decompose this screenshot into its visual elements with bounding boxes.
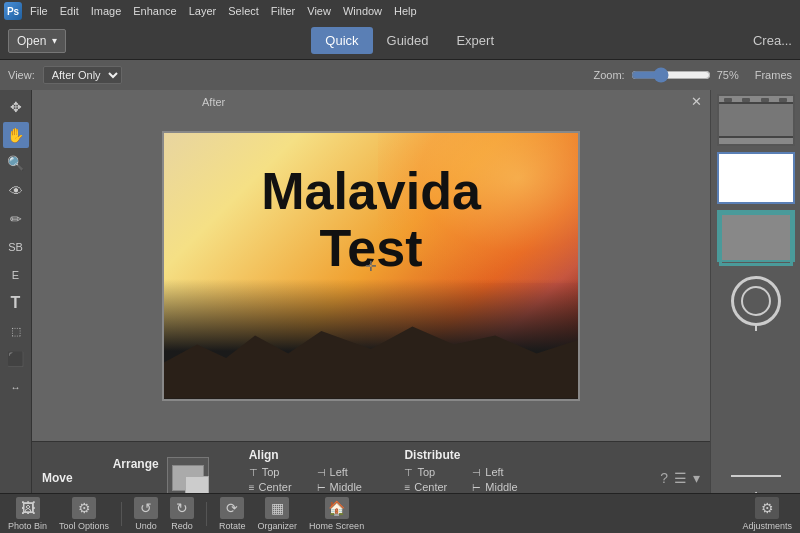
menu-edit[interactable]: Edit [60, 5, 79, 17]
organizer-icon: ▦ [265, 497, 289, 519]
tab-guided[interactable]: Guided [373, 27, 443, 54]
hole [779, 98, 787, 102]
right-panel: ⚙ Adjustments [710, 90, 800, 533]
tool-hand[interactable]: ✋ [3, 122, 29, 148]
photo-bin-button[interactable]: 🖼 Photo Bin [8, 497, 47, 531]
help-icons: ? ☰ ▾ [660, 470, 700, 486]
help-icon[interactable]: ? [660, 470, 668, 486]
align-top-icon: ⊤ [249, 467, 258, 478]
frame-strip-top [719, 96, 793, 104]
organizer-button[interactable]: ▦ Organizer [258, 497, 298, 531]
circle-frame-icon[interactable] [731, 276, 781, 326]
home-screen-button[interactable]: 🏠 Home Screen [309, 497, 364, 531]
crosshair-icon: ✛ [365, 258, 377, 274]
arrange-inner-icon [172, 465, 204, 491]
distribute-middle[interactable]: ⊢ Middle [472, 481, 520, 493]
tool-eraser[interactable]: E [3, 262, 29, 288]
zoom-slider[interactable] [631, 67, 711, 83]
tab-expert[interactable]: Expert [442, 27, 508, 54]
redo-icon: ↻ [170, 497, 194, 519]
move-section-title: Move [42, 471, 73, 485]
menu-help[interactable]: Help [394, 5, 417, 17]
frame-filmstrip[interactable] [717, 94, 795, 146]
adjustments-panel-icon: ⚙ [755, 497, 779, 519]
tool-move[interactable]: ✥ [3, 94, 29, 120]
distribute-left[interactable]: ⊣ Left [472, 466, 520, 478]
canvas-area: After ✕ Malavida Test ✛ Move [32, 90, 710, 533]
mode-tabs: Quick Guided Expert [311, 27, 508, 54]
app-icon: Ps [4, 2, 22, 20]
close-canvas-button[interactable]: ✕ [691, 94, 702, 109]
arrange-section-title: Arrange [113, 457, 159, 471]
rotate-icon: ⟳ [220, 497, 244, 519]
divider-2 [206, 502, 207, 526]
tool-move2[interactable]: ↔ [3, 374, 29, 400]
align-top[interactable]: ⊤ Top [249, 466, 297, 478]
menu-view[interactable]: View [307, 5, 331, 17]
circle-inner [741, 286, 771, 316]
view-label: View: [8, 69, 35, 81]
align-left[interactable]: ⊣ Left [317, 466, 365, 478]
menu-window[interactable]: Window [343, 5, 382, 17]
menu-layer[interactable]: Layer [189, 5, 217, 17]
undo-button[interactable]: ↺ Undo [134, 497, 158, 531]
undo-icon: ↺ [134, 497, 158, 519]
align-center-icon: ≡ [249, 482, 255, 493]
tool-brush[interactable]: ✏ [3, 206, 29, 232]
divider-1 [121, 502, 122, 526]
distribute-center-icon: ≡ [404, 482, 410, 493]
menu-file[interactable]: File [30, 5, 48, 17]
hole [761, 98, 769, 102]
canvas-container: After ✕ Malavida Test ✛ [32, 90, 710, 441]
menu-enhance[interactable]: Enhance [133, 5, 176, 17]
tool-type[interactable]: T [3, 290, 29, 316]
expand-icon[interactable]: ▾ [693, 470, 700, 486]
tab-quick[interactable]: Quick [311, 27, 372, 54]
distribute-left-icon: ⊣ [472, 467, 481, 478]
frame-teal[interactable] [717, 210, 795, 262]
rotate-button[interactable]: ⟳ Rotate [219, 497, 246, 531]
tool-shape[interactable]: ⬛ [3, 346, 29, 372]
align-center[interactable]: ≡ Center [249, 481, 297, 493]
list-icon[interactable]: ☰ [674, 470, 687, 486]
frame-holes-top [719, 96, 793, 104]
tool-eyedropper[interactable]: 👁 [3, 178, 29, 204]
frame-strip-bottom [719, 136, 793, 144]
menu-filter[interactable]: Filter [271, 5, 295, 17]
frames-label: Frames [755, 69, 792, 81]
menu-image[interactable]: Image [91, 5, 122, 17]
photo-bin-icon: 🖼 [16, 497, 40, 519]
view-bar: View: After Only Zoom: 75% Frames [0, 60, 800, 90]
distribute-top-icon: ⊤ [404, 467, 413, 478]
tool-options-icon: ⚙ [72, 497, 96, 519]
align-section-title: Align [249, 448, 279, 462]
tool-options-button[interactable]: ⚙ Tool Options [59, 497, 109, 531]
canvas-image: Malavida Test ✛ [162, 131, 580, 401]
hole [742, 98, 750, 102]
canvas-label: After [202, 96, 225, 108]
zoom-label: Zoom: [594, 69, 625, 81]
distribute-top[interactable]: ⊤ Top [404, 466, 452, 478]
redo-button[interactable]: ↻ Redo [170, 497, 194, 531]
tool-crop[interactable]: ⬚ [3, 318, 29, 344]
align-left-icon: ⊣ [317, 467, 326, 478]
menu-bar: Ps File Edit Image Enhance Layer Select … [0, 0, 800, 22]
home-screen-icon: 🏠 [325, 497, 349, 519]
zoom-value: 75% [717, 69, 739, 81]
zoom-area: Zoom: 75% [594, 67, 739, 83]
view-select[interactable]: After Only [43, 66, 122, 84]
open-button[interactable]: Open ▾ [8, 29, 66, 53]
adjustments-panel-button[interactable]: ⚙ Adjustments [742, 497, 792, 531]
create-button[interactable]: Crea... [753, 33, 792, 48]
frame-white-selected[interactable] [717, 152, 795, 204]
left-toolbar: ✥ ✋ 🔍 👁 ✏ SB E T ⬚ ⬛ ↔ [0, 90, 32, 533]
distribute-center[interactable]: ≡ Center [404, 481, 452, 493]
menu-select[interactable]: Select [228, 5, 259, 17]
center-area: After ✕ Malavida Test ✛ Move [32, 90, 710, 533]
tool-zoom[interactable]: 🔍 [3, 150, 29, 176]
tool-smart-brush[interactable]: SB [3, 234, 29, 260]
align-middle[interactable]: ⊢ Middle [317, 481, 365, 493]
open-chevron-icon: ▾ [52, 35, 57, 46]
main-layout: ✥ ✋ 🔍 👁 ✏ SB E T ⬚ ⬛ ↔ After ✕ Malavida … [0, 90, 800, 533]
bottom-icon-bar: 🖼 Photo Bin ⚙ Tool Options ↺ Undo ↻ Redo… [0, 493, 800, 533]
